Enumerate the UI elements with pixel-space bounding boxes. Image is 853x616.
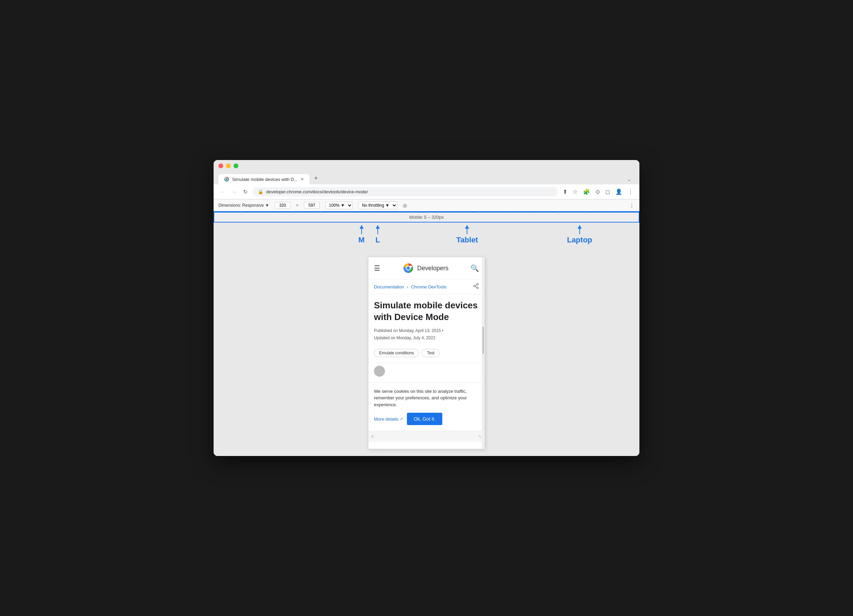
title-bar: Simulate mobile devices with D... ✕ + ⌄	[214, 160, 639, 184]
account-icon[interactable]: 👤	[614, 187, 624, 196]
traffic-lights	[219, 164, 634, 168]
tick	[533, 212, 559, 215]
tick	[613, 212, 639, 215]
updated-date: Updated on Monday, July 4, 2022	[374, 335, 436, 340]
back-button[interactable]: ←	[219, 188, 227, 196]
author-row	[374, 363, 479, 377]
tick	[320, 212, 347, 215]
refresh-button[interactable]: ↻	[242, 187, 249, 196]
tick	[267, 212, 294, 215]
svg-point-6	[477, 284, 478, 285]
annotation-area: M L Tablet Laptop	[214, 225, 639, 255]
mobile-preview: ☰	[368, 257, 485, 449]
tablet-arrow-shaft	[467, 225, 467, 234]
tick	[559, 212, 586, 215]
article-tags: Emulate conditions Test	[374, 349, 479, 357]
forward-button[interactable]: →	[230, 188, 238, 196]
tick	[241, 212, 267, 215]
width-input[interactable]	[275, 202, 290, 209]
laptop-annotation: Laptop	[567, 225, 592, 244]
tablet-label: Tablet	[456, 235, 478, 244]
resize-handle-icon[interactable]: ⤡	[478, 434, 482, 439]
m-annotation: M	[358, 225, 365, 244]
mobile-bottom: ≡ ⤡	[369, 431, 484, 442]
tick	[586, 212, 612, 215]
tick	[427, 212, 453, 215]
l-arrow-head	[376, 225, 380, 229]
chrome-logo-icon	[402, 262, 414, 275]
laptop-label: Laptop	[567, 235, 592, 244]
article-title: Simulate mobile devices with Device Mode	[374, 300, 479, 323]
m-label: M	[358, 235, 365, 244]
sensor-icon[interactable]: ◎	[403, 203, 407, 208]
emulate-conditions-tag[interactable]: Emulate conditions	[374, 349, 419, 357]
site-name: Developers	[417, 265, 448, 272]
more-icon[interactable]: ⋮	[626, 187, 634, 196]
minimize-button[interactable]	[226, 164, 231, 168]
dimensions-selector: Dimensions: Responsive ▼	[219, 203, 269, 208]
scroll-handle-icon: ≡	[371, 434, 373, 439]
responsive-bar: Mobile S – 320px	[214, 212, 639, 223]
tick	[214, 212, 241, 215]
bookmark-icon[interactable]: ☆	[571, 187, 579, 196]
tick	[400, 212, 426, 215]
cookie-actions: More details ↗ Ok, Got it.	[374, 413, 479, 425]
viewport-area: M L Tablet Laptop	[214, 223, 639, 456]
search-icon[interactable]: 🔍	[471, 264, 479, 272]
l-label: L	[375, 235, 380, 244]
tab-label: Simulate mobile devices with D...	[232, 177, 298, 182]
breadcrumb-devtools[interactable]: Chrome DevTools	[411, 284, 446, 290]
ok-got-it-button[interactable]: Ok, Got it.	[407, 413, 442, 425]
mobile-scrollbar[interactable]	[482, 257, 484, 449]
laptop-arrow-shaft	[579, 225, 580, 234]
test-tag[interactable]: Test	[422, 349, 440, 357]
scrollbar-thumb[interactable]	[483, 326, 484, 354]
profile-icon[interactable]: ⊙	[594, 187, 601, 196]
l-arrow-shaft	[377, 225, 378, 234]
url-text: developer.chrome.com/docs/devtools/devic…	[266, 189, 552, 194]
devtools-more-button[interactable]: ⋮	[629, 202, 634, 209]
tab-close-icon[interactable]: ✕	[301, 177, 304, 182]
maximize-button[interactable]	[234, 164, 238, 168]
mobile-header: ☰	[369, 257, 484, 279]
dimension-separator: ×	[296, 203, 298, 208]
svg-point-2	[226, 178, 227, 180]
author-avatar	[374, 366, 385, 377]
cookie-banner: We serve cookies on this site to analyze…	[369, 382, 484, 431]
breadcrumb-documentation[interactable]: Documentation	[374, 284, 404, 290]
dimensions-label: Dimensions: Responsive	[219, 203, 264, 208]
hamburger-icon[interactable]: ☰	[374, 264, 380, 272]
responsive-bar-label: Mobile S – 320px	[409, 215, 444, 220]
tick	[506, 212, 533, 215]
zoom-dropdown[interactable]: 100% ▼ 75% 50%	[325, 202, 353, 209]
extension-icon[interactable]: 🧩	[582, 187, 591, 196]
share-icon[interactable]	[473, 283, 479, 290]
external-link-icon: ↗	[400, 417, 403, 421]
site-logo: Developers	[402, 262, 448, 275]
devtools-toolbar: Dimensions: Responsive ▼ × 100% ▼ 75% 50…	[214, 199, 639, 212]
tablet-annotation: Tablet	[456, 225, 478, 244]
svg-line-10	[475, 286, 477, 287]
height-input[interactable]	[304, 202, 320, 209]
close-button[interactable]	[219, 164, 223, 168]
tab-more-button[interactable]: ⌄	[624, 174, 634, 184]
tab-favicon	[224, 176, 229, 182]
tablet-arrow-head	[465, 225, 469, 229]
tick	[480, 212, 506, 215]
published-date: Published on Monday, April 13, 2015 •	[374, 328, 443, 333]
svg-line-9	[475, 285, 477, 286]
tick	[453, 212, 480, 215]
new-tab-button[interactable]: +	[311, 172, 322, 184]
m-arrow-shaft	[361, 225, 362, 234]
browser-window: Simulate mobile devices with D... ✕ + ⌄ …	[214, 160, 639, 456]
active-tab[interactable]: Simulate mobile devices with D... ✕	[219, 174, 310, 184]
dimensions-dropdown-icon[interactable]: ▼	[265, 203, 269, 208]
svg-point-7	[474, 285, 475, 287]
window-icon[interactable]: ◻	[604, 187, 611, 196]
share-icon[interactable]: ⬆	[562, 187, 569, 196]
laptop-arrow-head	[578, 225, 582, 229]
more-details-label: More details	[374, 417, 398, 422]
more-details-link[interactable]: More details ↗	[374, 417, 403, 422]
throttle-dropdown[interactable]: No throttling ▼ Fast 3G Slow 3G	[358, 202, 397, 209]
address-input[interactable]: 🔒 developer.chrome.com/docs/devtools/dev…	[252, 187, 558, 196]
